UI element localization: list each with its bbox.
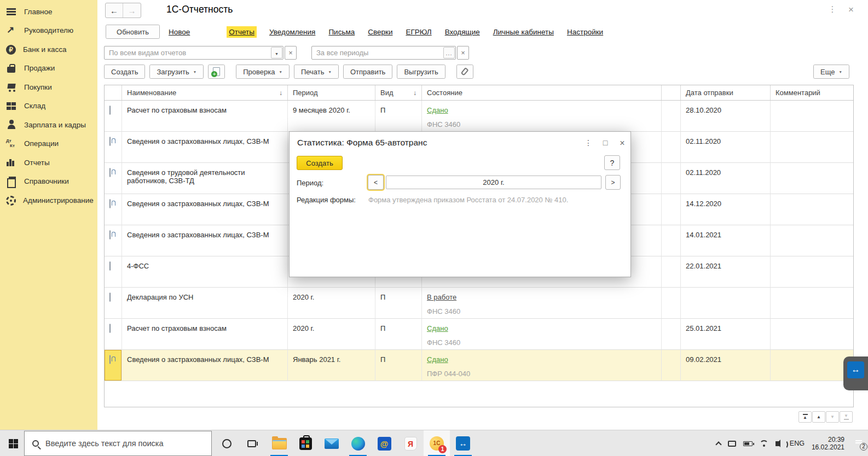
report-comment-cell[interactable] [771, 288, 853, 319]
start-button[interactable] [0, 430, 26, 456]
header-period[interactable]: Период [288, 85, 375, 100]
dialog-help-button[interactable]: ? [604, 155, 620, 170]
clear-report-type-icon[interactable] [285, 46, 297, 60]
report-name-cell[interactable]: Расчет по страховым взносам [122, 101, 288, 132]
taskbar-file-explorer[interactable] [266, 430, 292, 456]
export-button[interactable]: Выгрузить [397, 65, 445, 79]
speaker-icon[interactable] [776, 441, 779, 446]
taskbar-mail[interactable] [319, 430, 345, 456]
header-name[interactable]: Наименование [122, 85, 288, 100]
report-date-cell[interactable]: 25.01.2021 [681, 319, 771, 350]
more-button[interactable]: Еще [813, 65, 849, 79]
sidebar-item-отчеты[interactable]: Отчеты [0, 153, 97, 172]
refresh-button[interactable]: Обновить [106, 25, 160, 39]
print-button[interactable]: Печать [294, 65, 339, 79]
report-date-cell[interactable]: 02.11.2020 [681, 132, 771, 163]
row-icon-cell[interactable] [105, 132, 122, 163]
check-button[interactable]: Проверка [236, 65, 290, 79]
report-comment-cell[interactable] [771, 319, 853, 350]
row-icon-cell[interactable] [105, 288, 122, 319]
table-row[interactable]: Расчет по страховым взносам2020 г.ПСдано… [105, 319, 853, 350]
battery-icon[interactable] [743, 441, 753, 446]
go-up-button[interactable] [812, 411, 825, 423]
report-date-cell[interactable]: 14.01.2021 [681, 225, 771, 256]
sidebar-item-продажи[interactable]: Продажи [0, 59, 97, 78]
row-icon-cell[interactable] [105, 163, 122, 194]
search-input[interactable]: Введите здесь текст для поиска [24, 431, 212, 456]
go-top-button[interactable] [798, 411, 812, 423]
state-link[interactable]: В работе [427, 293, 456, 301]
state-link[interactable]: Сдано [427, 106, 448, 114]
taskbar-teamviewer[interactable]: ↔ [450, 430, 476, 456]
sidebar-item-главное[interactable]: Главное [0, 2, 97, 21]
dialog-kebab-icon[interactable] [583, 138, 594, 147]
state-link[interactable]: Сдано [427, 324, 448, 332]
report-vid-cell[interactable]: П [375, 288, 422, 319]
load-from-file-button[interactable] [208, 65, 225, 79]
report-comment-cell[interactable] [771, 225, 853, 256]
report-period-cell[interactable]: Январь 2021 г. [288, 350, 375, 381]
wifi-icon[interactable] [760, 440, 768, 447]
clear-period-icon[interactable] [457, 46, 469, 60]
dialog-period-field[interactable]: 2020 г. [386, 176, 601, 189]
tab-егрюл[interactable]: ЕГРЮЛ [405, 26, 432, 38]
go-down-button[interactable] [826, 411, 839, 423]
report-name-cell[interactable]: Сведения о трудовой деятельности работни… [122, 163, 288, 194]
sidebar-item-справочники[interactable]: Справочники [0, 172, 97, 191]
cortana-button[interactable] [213, 430, 240, 456]
send-button[interactable]: Отправить [343, 65, 392, 79]
back-arrow-icon[interactable] [106, 3, 123, 17]
clock[interactable]: 20:39 16.02.2021 [812, 436, 844, 451]
sidebar-item-банк-и-касса[interactable]: ₽Банк и касса [0, 40, 97, 59]
report-comment-cell[interactable] [771, 350, 853, 381]
header-icon-column[interactable] [105, 85, 122, 100]
create-button[interactable]: Создать [104, 65, 145, 79]
sidebar-item-операции[interactable]: ДтКтОперации [0, 135, 97, 154]
dialog-maximize-icon[interactable] [600, 138, 611, 147]
forward-arrow-icon[interactable] [123, 3, 141, 17]
report-vid-cell[interactable]: П [375, 101, 422, 132]
dialog-period-prev-button[interactable]: < [368, 175, 384, 190]
load-button[interactable]: Загрузить [149, 65, 204, 79]
chevron-down-icon[interactable] [271, 47, 282, 59]
notification-center-button[interactable]: 2 [854, 438, 866, 449]
report-period-cell[interactable]: 9 месяцев 2020 г. [288, 101, 375, 132]
report-date-cell[interactable]: 02.11.2020 [681, 163, 771, 194]
header-vid[interactable]: Вид [375, 85, 422, 100]
header-comment[interactable]: Комментарий [771, 85, 853, 100]
header-date[interactable]: Дата отправки [681, 85, 771, 100]
table-row[interactable]: Сведения о застрахованных лицах, СЗВ-МЯн… [105, 350, 853, 381]
row-icon-cell[interactable] [105, 101, 122, 132]
tab-уведомления[interactable]: Уведомления [269, 26, 316, 38]
report-date-cell[interactable]: 22.01.2021 [681, 256, 771, 288]
row-icon-cell[interactable] [105, 350, 122, 381]
language-indicator[interactable]: ENG [790, 440, 805, 447]
dialog-close-icon[interactable] [617, 138, 628, 148]
report-name-cell[interactable]: Сведения о застрахованных лицах, СЗВ-М [122, 350, 288, 381]
taskbar-edge[interactable] [345, 430, 371, 456]
report-period-cell[interactable]: 2020 г. [288, 288, 375, 319]
report-period-cell[interactable]: 2020 г. [288, 319, 375, 350]
window-close-icon[interactable] [845, 4, 857, 15]
report-comment-cell[interactable] [771, 132, 853, 163]
taskbar-yandex-browser[interactable]: Я [397, 430, 424, 456]
report-type-filter[interactable]: По всем видам отчетов [104, 46, 283, 60]
taskbar-microsoft-store[interactable] [292, 430, 319, 456]
task-view-button[interactable] [239, 430, 265, 456]
report-name-cell[interactable]: Сведения о застрахованных лицах, СЗВ-М [122, 194, 288, 225]
row-icon-cell[interactable] [105, 319, 122, 350]
report-state-cell[interactable]: СданоПФР 044-040 [422, 350, 662, 381]
report-date-cell[interactable] [681, 288, 771, 319]
period-filter[interactable]: За все периоды [311, 46, 456, 60]
report-name-cell[interactable]: Декларация по УСН [122, 288, 288, 319]
report-date-cell[interactable]: 14.12.2020 [681, 194, 771, 225]
tab-сверки[interactable]: Сверки [367, 26, 393, 38]
sidebar-item-администрирование[interactable]: Администрирование [0, 191, 97, 210]
table-row[interactable]: Декларация по УСН2020 г.ПВ работеФНС 346… [105, 288, 853, 319]
tab-новое[interactable]: Новое [168, 26, 190, 38]
tab-отчеты[interactable]: Отчеты [227, 26, 257, 38]
report-vid-cell[interactable]: П [375, 319, 422, 350]
dialog-create-button[interactable]: Создать [297, 156, 343, 170]
sidebar-item-покупки[interactable]: Покупки [0, 78, 97, 97]
row-icon-cell[interactable] [105, 225, 122, 256]
